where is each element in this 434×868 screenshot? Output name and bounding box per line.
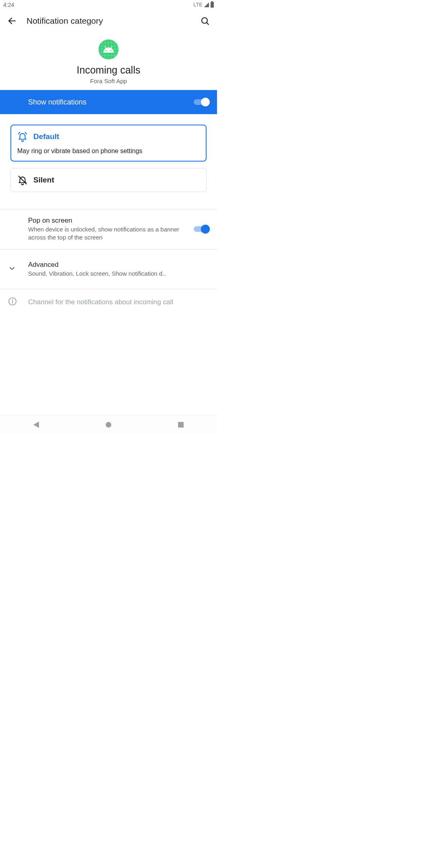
triangle-back-icon [33,422,39,428]
alert-options: Default May ring or vibrate based on pho… [0,114,217,209]
nav-back-button[interactable] [33,422,39,428]
nav-recent-button[interactable] [178,422,184,428]
svg-point-3 [106,50,107,51]
svg-line-5 [105,46,106,48]
option-default[interactable]: Default May ring or vibrate based on pho… [10,125,207,162]
battery-icon [211,2,214,8]
bell-ring-icon [17,131,28,142]
category-header: Incoming calls Fora Soft App [0,32,217,90]
pop-on-screen-row[interactable]: Pop on screen When device is unlocked, s… [0,209,217,249]
svg-line-2 [207,23,209,25]
square-recent-icon [178,422,184,428]
show-notifications-row[interactable]: Show notifications [0,90,217,114]
advanced-desc: Sound, Vibration, Lock screen, Show noti… [28,270,207,278]
network-label: LTE [193,2,203,8]
option-silent[interactable]: Silent [10,168,207,192]
app-bar: Notification category [0,10,217,32]
svg-line-6 [111,46,112,48]
show-notifications-switch[interactable] [194,97,210,107]
page-title: Notification category [20,16,197,26]
search-icon [200,16,210,26]
system-nav-bar [0,415,217,434]
android-icon [102,46,115,53]
advanced-title: Advanced [28,261,207,269]
nav-home-button[interactable] [106,422,111,428]
circle-home-icon [106,422,111,428]
pop-switch[interactable] [194,224,210,234]
show-notifications-label: Show notifications [28,98,86,106]
pop-title: Pop on screen [28,217,186,225]
app-icon [98,39,119,59]
option-default-desc: May ring or vibrate based on phone setti… [17,147,200,155]
search-button[interactable] [197,13,213,29]
svg-point-10 [12,299,13,300]
back-button[interactable] [4,13,20,29]
svg-point-4 [111,50,112,51]
bell-off-icon [17,175,28,185]
info-text: Channel for the notifications about inco… [28,298,207,306]
status-bar: 4:24 LTE [0,0,217,10]
option-silent-title: Silent [33,176,54,184]
category-title: Incoming calls [0,64,217,76]
info-row: Channel for the notifications about inco… [0,289,217,315]
status-time: 4:24 [3,2,14,8]
app-name: Fora Soft App [0,78,217,84]
arrow-left-icon [7,16,17,26]
info-icon [8,297,17,307]
pop-desc: When device is unlocked, show notificati… [28,225,186,242]
status-right: LTE [193,2,214,8]
signal-icon [204,2,209,7]
option-default-title: Default [33,132,59,141]
advanced-row[interactable]: Advanced Sound, Vibration, Lock screen, … [0,250,217,289]
chevron-down-icon [8,264,16,274]
